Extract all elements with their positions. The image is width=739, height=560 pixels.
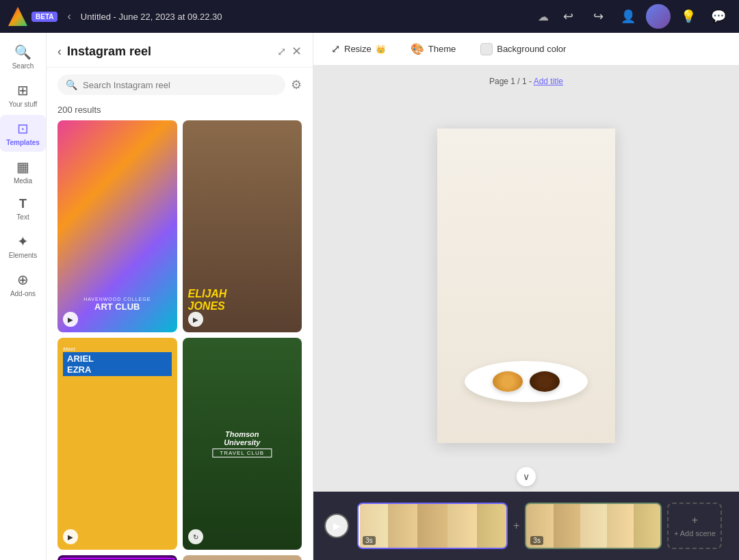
back-nav-button[interactable]: ‹ xyxy=(64,8,73,25)
bg-color-preview xyxy=(480,43,493,55)
elements-icon: ✦ xyxy=(17,233,29,250)
play-button[interactable]: ▶ xyxy=(324,514,349,538)
play-icon-tl: ▶ xyxy=(333,520,341,531)
remix-icon-thomson: ↻ xyxy=(188,529,203,544)
logo-area: BETA xyxy=(8,7,57,26)
add-title-link[interactable]: Add title xyxy=(534,77,563,86)
donut-chocolate xyxy=(530,371,560,392)
add-scene-button[interactable]: + + Add scene xyxy=(667,503,722,549)
panel-expand-button[interactable]: ⤢ xyxy=(277,45,286,58)
thumb-seg-3 xyxy=(417,504,447,548)
sidebar-label-text: Text xyxy=(16,213,29,221)
template-card-ridgewood[interactable]: Ridgewood College Theater Club SHOWSTOPP… xyxy=(57,555,177,560)
add-scene-label: + Add scene xyxy=(674,529,716,537)
results-count: 200 results xyxy=(47,102,313,120)
page-label: Page 1 / 1 - Add title xyxy=(489,77,563,86)
chat-icon[interactable]: 💬 xyxy=(706,4,731,29)
play-icon-elijah: ▶ xyxy=(188,312,203,327)
sidebar-item-templates[interactable]: ⊡ Templates xyxy=(0,115,46,152)
sidebar-label-templates: Templates xyxy=(6,139,40,146)
thomson-univ: Thomson University xyxy=(212,430,272,446)
thumb-seg-2 xyxy=(388,504,417,548)
play-icon-ariel: ▶ xyxy=(63,529,78,544)
theme-icon: 🎨 xyxy=(411,42,424,55)
grid-inner: HAVENWOOD COLLEGE ART CLUB ▶ ELIJAHJONES… xyxy=(57,120,302,560)
beta-badge: BETA xyxy=(31,12,57,22)
logo-icon xyxy=(8,7,27,26)
user-avatar-icon[interactable]: 👤 xyxy=(616,4,640,29)
scene2-thumb-3 xyxy=(580,504,607,548)
plus-connector: + xyxy=(513,520,519,532)
art-club-sub: HAVENWOOD COLLEGE xyxy=(57,297,177,302)
art-club-main: ART CLUB xyxy=(57,302,177,312)
bulb-icon[interactable]: 💡 xyxy=(676,4,701,29)
sidebar-item-your-stuff[interactable]: ⊞ Your stuff xyxy=(0,77,46,114)
template-card-art-club[interactable]: HAVENWOOD COLLEGE ART CLUB ▶ xyxy=(57,120,177,332)
scene2-thumb-5 xyxy=(634,504,660,548)
tracks-wrap: 3s + 3s + + Add scene xyxy=(357,503,722,549)
resize-button[interactable]: ⤢ Resize 👑 xyxy=(324,38,393,59)
search-input-wrap: 🔍 xyxy=(57,75,285,95)
panel-title: Instagram reel xyxy=(67,44,272,59)
canvas-toolbar: ⤢ Resize 👑 🎨 Theme Background color xyxy=(313,33,739,66)
template-search-input[interactable] xyxy=(83,80,277,90)
template-card-person[interactable]: 👤 xyxy=(183,555,302,560)
add-scene-plus-icon: + xyxy=(692,514,698,526)
sidebar-item-search[interactable]: 🔍 Search xyxy=(0,38,46,75)
elijah-name: ELIJAHJONES xyxy=(188,288,297,312)
sidebar-item-text[interactable]: T Text xyxy=(0,191,46,226)
user-avatar[interactable] xyxy=(646,4,671,29)
scene1-label: 3s xyxy=(363,536,376,545)
scene2-thumb-2 xyxy=(554,504,580,548)
filter-button[interactable]: ⚙ xyxy=(291,77,302,92)
ariel-name: ARIELEZRA xyxy=(63,352,172,376)
template-card-elijah[interactable]: ELIJAHJONES ▶ xyxy=(183,120,302,332)
canvas-area: ⤢ Resize 👑 🎨 Theme Background color Page… xyxy=(313,33,739,560)
plate xyxy=(465,361,588,402)
resize-icon: ⤢ xyxy=(331,42,340,55)
sidebar-item-elements[interactable]: ✦ Elements xyxy=(0,228,46,265)
template-card-thomson[interactable]: Thomson University TRAVEL CLUB ↻ xyxy=(183,338,302,550)
canvas-page[interactable] xyxy=(437,129,615,443)
add-ons-icon: ⊕ xyxy=(17,271,29,288)
main-area: 🔍 Search ⊞ Your stuff ⊡ Templates ▦ Medi… xyxy=(0,33,739,560)
resize-label: Resize xyxy=(344,44,372,54)
sidebar-label-search: Search xyxy=(12,62,34,70)
bg-color-button[interactable]: Background color xyxy=(474,39,573,59)
media-icon: ▦ xyxy=(16,159,29,175)
text-icon: T xyxy=(19,197,27,211)
bg-color-label: Background color xyxy=(497,44,566,54)
search-icon-inner: 🔍 xyxy=(66,79,77,90)
theme-label: Theme xyxy=(428,44,456,54)
undo-button[interactable]: ↩ xyxy=(556,4,580,29)
template-card-ariel[interactable]: Meet ARIELEZRA ▶ xyxy=(57,338,177,550)
thumb-seg-4 xyxy=(448,504,477,548)
scene2-label: 3s xyxy=(530,536,543,545)
search-icon: 🔍 xyxy=(14,44,31,60)
cloud-save-icon: ☁ xyxy=(538,10,549,23)
expand-btn-area: ∨ xyxy=(517,467,536,486)
sidebar-label-your-stuff: Your stuff xyxy=(9,101,38,108)
scene1-thumbnails xyxy=(359,504,506,548)
templates-grid: HAVENWOOD COLLEGE ART CLUB ▶ ELIJAHJONES… xyxy=(47,120,313,560)
theme-button[interactable]: 🎨 Theme xyxy=(404,38,463,59)
top-bar-actions: ↩ ↪ 👤 💡 💬 xyxy=(556,4,731,29)
templates-icon: ⊡ xyxy=(17,120,29,137)
panel-close-button[interactable]: ✕ xyxy=(291,44,302,59)
scene1-track[interactable]: 3s xyxy=(357,503,508,549)
scrub-line xyxy=(359,504,360,549)
templates-panel: ‹ Instagram reel ⤢ ✕ 🔍 ⚙ 200 results HAV… xyxy=(47,33,313,560)
scene2-track[interactable]: 3s xyxy=(525,503,662,549)
expand-canvas-button[interactable]: ∨ xyxy=(517,467,536,486)
sidebar-label-add-ons: Add-ons xyxy=(10,290,36,297)
play-icon: ▶ xyxy=(63,312,78,327)
search-bar: 🔍 ⚙ xyxy=(47,68,313,102)
timeline: ▶ 3s + xyxy=(313,492,739,560)
sidebar-item-media[interactable]: ▦ Media xyxy=(0,153,46,190)
top-bar: BETA ‹ Untitled - June 22, 2023 at 09.22… xyxy=(0,0,739,33)
resize-pro-icon: 👑 xyxy=(376,44,386,54)
sidebar-item-add-ons[interactable]: ⊕ Add-ons xyxy=(0,266,46,303)
redo-button[interactable]: ↪ xyxy=(586,4,610,29)
panel-back-button[interactable]: ‹ xyxy=(57,44,62,59)
doc-title[interactable]: Untitled - June 22, 2023 at 09.22.30 xyxy=(81,12,531,22)
